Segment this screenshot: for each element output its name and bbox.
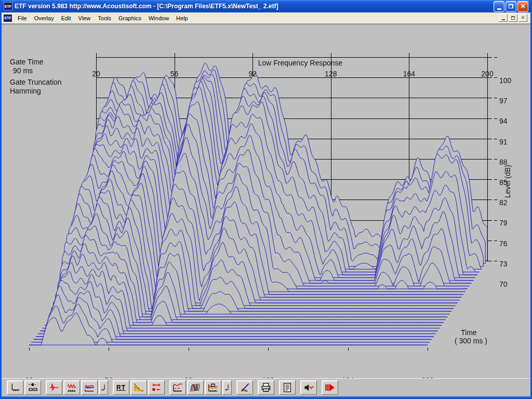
smoothed-response-button[interactable] [169, 380, 186, 395]
print-button[interactable] [258, 380, 274, 395]
menu-item-tools[interactable]: Tools [94, 14, 115, 23]
draw-angle-tool-icon [239, 382, 250, 393]
impulse-response-button[interactable] [46, 380, 62, 395]
overlay-traces-button[interactable] [81, 380, 98, 395]
toolbar-group [46, 380, 108, 395]
x-axis-tick-label-top: 164 [403, 70, 415, 78]
phase-traces-button[interactable] [187, 380, 204, 395]
toolbar-group [279, 380, 296, 395]
x-axis-tick-label-top: 92 [248, 70, 257, 78]
y-axis-tick-label: 94 [499, 117, 508, 125]
measurement-notes-button[interactable] [279, 380, 296, 395]
window-title: ETF version 5.983 http://www.Acoustisoft… [15, 3, 494, 10]
close-button[interactable]: ✕ [517, 1, 528, 12]
impulse-response-icon [48, 382, 60, 393]
gate-time-value: 90 ms [13, 66, 33, 75]
y-axis-tick-label: 73 [499, 260, 508, 268]
close-icon: ✕ [520, 3, 525, 9]
frequency-sweep-button[interactable] [63, 380, 80, 395]
mini-axis-b-button[interactable] [222, 380, 232, 395]
y-axis-tick-label: 100 [499, 76, 511, 85]
gate-truncation-label: Gate Truncation [10, 78, 62, 86]
smoothed-response-icon [172, 382, 183, 393]
time-axis-span: ( 300 ms ) [455, 337, 487, 345]
y-axis-tick-label: 76 [499, 240, 508, 248]
gate-truncation-value: Hamming [10, 87, 41, 95]
restore-icon [509, 4, 513, 8]
restore-button[interactable] [506, 1, 516, 12]
application-window: ETF ETF version 5.983 http://www.Acousti… [0, 0, 532, 399]
app-icon: ETF [4, 2, 12, 10]
toolbar: RT [2, 378, 530, 396]
x-axis-tick-label-top: 128 [325, 70, 337, 78]
toolbar-group [258, 380, 274, 395]
windowed-trace-button[interactable] [205, 380, 221, 395]
title-bar[interactable]: ETF ETF version 5.983 http://www.Acousti… [2, 0, 530, 12]
axes-setup-button[interactable] [7, 380, 23, 395]
x-axis-tick-label-top: 200 [481, 70, 493, 78]
run-measurement-icon [324, 382, 336, 393]
minimize-button[interactable] [494, 1, 504, 12]
menu-item-edit[interactable]: Edit [58, 14, 75, 23]
energy-decay-button[interactable] [130, 380, 147, 395]
mdi-window-controls: ✕ [499, 14, 529, 22]
toolbar-group [169, 380, 232, 395]
y-axis-tick-label: 85 [499, 178, 508, 187]
window-bottom-border [2, 396, 530, 399]
mdi-minimize-button[interactable] [499, 14, 508, 22]
time-gate-markers-icon [151, 382, 162, 393]
mini-axis-b-icon [223, 382, 231, 393]
menu-item-view[interactable]: View [75, 14, 95, 23]
menu-item-graphics[interactable]: Graphics [115, 14, 145, 23]
energy-decay-icon [133, 382, 144, 393]
toolbar-group: RT [113, 380, 165, 395]
measurement-notes-icon [282, 382, 293, 393]
time-gate-markers-button[interactable] [148, 380, 165, 395]
menu-item-window[interactable]: Window [145, 14, 172, 23]
menu-item-overlay[interactable]: Overlay [31, 14, 58, 23]
mdi-document-icon[interactable]: ETF [4, 15, 12, 22]
x-axis-tick-label-top: 20 [92, 70, 100, 78]
run-measurement-button[interactable] [322, 380, 338, 395]
time-axis-title: Time [461, 328, 477, 337]
menu-items: FileOverlayEditViewToolsGraphicsWindowHe… [14, 14, 192, 23]
y-axis-tick-label: 82 [499, 198, 508, 207]
y-axis-tick-label: 70 [499, 280, 508, 288]
display-options-icon [27, 382, 38, 393]
axes-setup-icon [9, 382, 21, 393]
phase-traces-icon [190, 382, 201, 393]
mdi-close-button[interactable]: ✕ [518, 14, 527, 22]
menu-item-help[interactable]: Help [172, 14, 192, 23]
plot-client-area: Gate Time 90 ms Gate Truncation Hamming … [2, 24, 530, 378]
chart-title: Low Frequency Response [230, 59, 370, 67]
gate-time-label: Gate Time [10, 58, 44, 66]
signal-audio-button[interactable] [300, 380, 317, 395]
y-axis-tick-label: 91 [499, 138, 508, 146]
frequency-sweep-icon [66, 382, 77, 393]
rt60-label: RT [116, 384, 126, 391]
x-axis-tick-label-top: 56 [170, 70, 179, 78]
mini-axis-a-button[interactable] [99, 380, 108, 395]
print-icon [260, 382, 272, 393]
display-options-button[interactable] [24, 380, 41, 395]
menu-item-file[interactable]: File [14, 14, 31, 23]
toolbar-group [7, 380, 41, 395]
signal-audio-icon [303, 382, 314, 393]
waterfall-plot[interactable] [2, 24, 532, 399]
mdi-restore-button[interactable] [509, 14, 517, 22]
minimize-icon [497, 8, 501, 10]
rt60-button[interactable]: RT [113, 380, 129, 395]
y-axis-tick-label: 79 [499, 219, 508, 227]
toolbar-group [300, 380, 317, 395]
overlay-traces-icon [84, 382, 95, 393]
mini-axis-a-icon [99, 382, 108, 393]
draw-angle-tool-button[interactable] [236, 380, 253, 395]
y-axis-tick-label: 88 [499, 158, 508, 166]
windowed-trace-icon [207, 382, 219, 393]
toolbar-group [236, 380, 253, 395]
y-axis-tick-label: 97 [499, 97, 508, 105]
restore-icon [511, 16, 515, 20]
toolbar-group [322, 380, 338, 395]
minimize-icon [502, 19, 505, 20]
menu-bar: ETF FileOverlayEditViewToolsGraphicsWind… [2, 12, 530, 24]
